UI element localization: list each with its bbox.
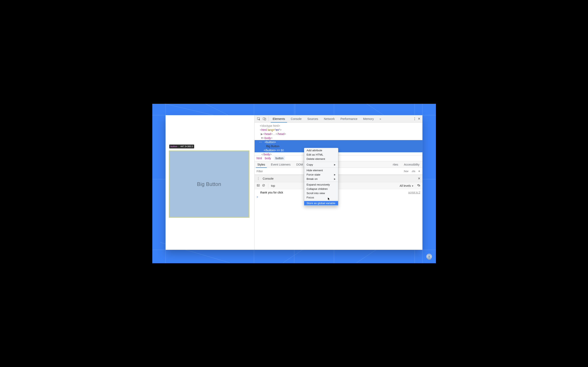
console-drawer-title: Console: [263, 177, 274, 180]
mouse-cursor-icon: [328, 197, 330, 201]
svg-rect-18: [264, 118, 266, 120]
subtab-accessibility[interactable]: Accessibility: [401, 161, 422, 167]
tab-performance[interactable]: Performance: [338, 115, 360, 122]
close-devtools-icon[interactable]: ✕: [418, 117, 420, 121]
console-log-row[interactable]: thank you for click script.js:2: [257, 191, 420, 194]
dom-line[interactable]: <html lang="en">: [255, 128, 423, 132]
ctx-store-global-variable[interactable]: Store as global variable: [304, 201, 338, 205]
ctx-separator: [304, 200, 338, 200]
dom-line[interactable]: <!doctype html>: [255, 124, 423, 128]
ctx-collapse-children[interactable]: Collapse children: [304, 187, 338, 191]
crumb-html[interactable]: html: [257, 157, 262, 160]
devtools-toolbar: Elements Console Sources Network Perform…: [255, 115, 423, 123]
ctx-add-attribute[interactable]: Add attribute: [304, 148, 338, 152]
styles-filter-input[interactable]: [257, 170, 297, 173]
hov-toggle[interactable]: :hov: [403, 170, 408, 173]
devtools-tab-strip: Elements Console Sources Network Perform…: [270, 115, 413, 122]
clear-console-icon[interactable]: [262, 184, 265, 188]
tooltip-tag: button: [171, 145, 177, 148]
drawer-kebab-icon[interactable]: ⋮: [257, 176, 260, 180]
dom-line[interactable]: ▶<head>…</head>: [255, 132, 423, 136]
console-toolbar: top All levels: [255, 182, 423, 189]
ctx-force-state[interactable]: Force state▶: [304, 173, 338, 177]
ctx-separator: [304, 182, 338, 182]
tab-overflow-icon[interactable]: »: [377, 115, 384, 122]
console-drawer: ⋮ Console ✕ top: [255, 175, 423, 250]
console-settings-icon[interactable]: [417, 184, 420, 188]
console-log-text: thank you for click: [257, 191, 283, 194]
device-toolbar-icon[interactable]: [261, 115, 267, 122]
dom-line[interactable]: ▼<body>: [255, 136, 423, 140]
svg-line-12: [367, 104, 385, 116]
new-style-rule-icon[interactable]: +: [418, 169, 420, 173]
console-context-selector[interactable]: top: [271, 184, 275, 187]
ctx-scroll-into-view[interactable]: Scroll into view: [304, 191, 338, 195]
dom-tree[interactable]: <!doctype html> <html lang="en"> ▶<head>…: [255, 123, 423, 155]
tooltip-dimensions: 447.3×365.5: [181, 145, 193, 148]
console-output[interactable]: thank you for click script.js:2 >: [255, 189, 423, 250]
element-inspect-tooltip: button | 447.3×365.5: [169, 145, 194, 149]
console-drawer-header: ⋮ Console ✕: [255, 175, 423, 182]
tab-memory[interactable]: Memory: [360, 115, 377, 122]
page-preview-pane: button | 447.3×365.5 Big Button: [165, 115, 254, 250]
subtab-styles[interactable]: Styles: [255, 161, 268, 167]
dom-selected-node[interactable]: ⋯ <button> Big Button </button> == $0: [255, 140, 423, 152]
crumb-body[interactable]: body: [265, 157, 271, 160]
crumb-button[interactable]: button: [274, 156, 285, 160]
ctx-delete-element[interactable]: Delete element: [304, 157, 338, 161]
ctx-focus[interactable]: Focus: [304, 195, 338, 200]
presentation-stage: button | 447.3×365.5 Big Button: [152, 104, 436, 263]
elements-subtabs: Styles Event Listeners DOM rties Accessi…: [255, 161, 423, 168]
subtab-properties[interactable]: rties: [390, 161, 401, 167]
ctx-hide-element[interactable]: Hide element: [304, 168, 338, 173]
tab-sources[interactable]: Sources: [304, 115, 321, 122]
inspect-element-icon[interactable]: [256, 115, 261, 122]
ctx-break-on[interactable]: Break on▶: [304, 177, 338, 181]
devtools-panel: Elements Console Sources Network Perform…: [254, 115, 423, 250]
browser-devtools-window: button | 447.3×365.5 Big Button: [165, 115, 423, 250]
close-drawer-icon[interactable]: ✕: [418, 176, 420, 180]
tab-network[interactable]: Network: [321, 115, 337, 122]
styles-filter-bar: :hov .cls +: [255, 168, 423, 175]
console-sidebar-toggle-icon[interactable]: [257, 184, 260, 188]
ctx-expand-recursively[interactable]: Expand recursively: [304, 183, 338, 187]
big-button-label: Big Button: [197, 181, 221, 187]
kebab-menu-icon[interactable]: ⋮: [413, 117, 416, 121]
dom-line[interactable]: </body>: [255, 152, 423, 156]
ctx-separator: [304, 162, 338, 162]
ctx-edit-as-html[interactable]: Edit as HTML: [304, 152, 338, 157]
tab-elements[interactable]: Elements: [270, 115, 288, 122]
log-level-selector[interactable]: All levels: [399, 184, 414, 187]
chrome-logo-icon: [426, 253, 432, 259]
ctx-copy[interactable]: Copy▶: [304, 162, 338, 167]
subtab-event-listeners[interactable]: Event Listeners: [268, 161, 294, 167]
context-menu: Add attribute Edit as HTML Delete elemen…: [304, 148, 338, 206]
tab-console[interactable]: Console: [288, 115, 304, 122]
console-prompt[interactable]: >: [257, 194, 420, 199]
big-button[interactable]: Big Button: [169, 150, 250, 218]
cls-toggle[interactable]: .cls: [411, 170, 415, 173]
console-log-source-link[interactable]: script.js:2: [408, 191, 420, 194]
svg-line-23: [263, 184, 264, 186]
